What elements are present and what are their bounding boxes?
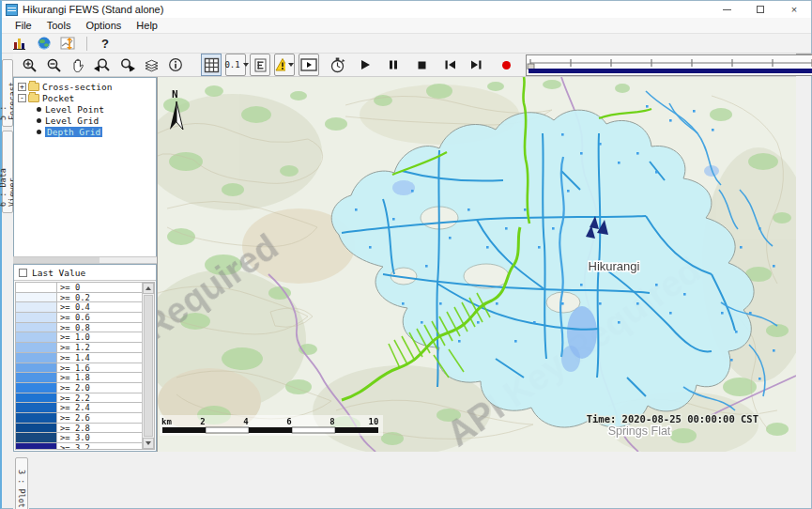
record-button[interactable] [496, 54, 516, 76]
interval-dropdown[interactable]: 0.1 [225, 54, 246, 76]
last-value-label: Last Value [32, 268, 85, 278]
legend-swatch [16, 293, 57, 302]
timer-button[interactable] [327, 54, 347, 76]
legend-swatch [16, 373, 57, 382]
legend-label: >= 0.4 [57, 302, 90, 312]
legend-label: >= 1.2 [57, 343, 90, 352]
zoom-in-icon [22, 57, 38, 73]
map-canvas: API Key Required API Key Required [158, 77, 796, 452]
menu-tools[interactable]: Tools [39, 20, 79, 31]
legend-swatch [16, 433, 57, 442]
legend-label: >= 1.4 [57, 353, 90, 362]
legend-swatch [16, 343, 57, 352]
scroll-down-button[interactable] [143, 438, 154, 449]
legend-swatch [16, 283, 57, 292]
zoom-next-icon [118, 57, 135, 73]
longitudinal-display-button[interactable] [250, 54, 270, 76]
legend-panel: Last Value >= 0 >= 0.2 [13, 264, 157, 452]
zoom-previous-button[interactable] [92, 54, 113, 76]
legend-swatch [16, 424, 57, 433]
legend-swatch [16, 443, 57, 449]
maximize-button[interactable] [743, 1, 777, 18]
skip-end-icon [470, 59, 483, 70]
legend-label: >= 2.8 [57, 424, 90, 433]
skip-start-button[interactable] [439, 54, 460, 76]
close-button[interactable]: × [777, 1, 811, 18]
legend-row: >= 0.6 [16, 313, 142, 323]
help-icon: ? [101, 37, 109, 51]
zoom-in-button[interactable] [19, 54, 39, 76]
last-value-checkbox[interactable] [19, 269, 27, 277]
menu-help[interactable]: Help [129, 20, 165, 31]
tree-item-level-grid[interactable]: Level Grid [14, 115, 156, 126]
legend-label: >= 1.8 [57, 373, 90, 382]
pan-button[interactable] [68, 54, 88, 76]
collapse-icon[interactable]: - [18, 94, 26, 102]
animation-export-button[interactable] [299, 54, 319, 76]
menu-file[interactable]: File [8, 20, 39, 31]
help-button[interactable]: ? [95, 35, 115, 53]
globe-icon [37, 36, 52, 51]
tree-item-label-selected: Depth Grid [45, 127, 102, 137]
grid-icon [204, 57, 220, 73]
north-label: N [172, 88, 178, 100]
play-button[interactable] [355, 54, 375, 76]
menu-options[interactable]: Options [78, 20, 129, 31]
tab-data-viewer[interactable]: 6 : Data Viewer [2, 131, 13, 213]
stopwatch-icon [329, 57, 345, 73]
leaf-bullet-icon [37, 130, 41, 134]
tree-item-label: Cross-section [42, 82, 112, 92]
legend-swatch [16, 403, 57, 412]
scrollbar-thumb[interactable] [144, 295, 153, 437]
skip-end-button[interactable] [466, 54, 486, 76]
timeseries-dialog-button[interactable] [9, 35, 30, 53]
zoom-out-button[interactable] [43, 54, 64, 76]
tab-forecast[interactable]: 5 : Forecast [2, 59, 13, 127]
stop-button[interactable] [411, 54, 432, 76]
profile-display-button[interactable] [58, 35, 79, 53]
legend-swatch [16, 383, 57, 393]
expand-icon[interactable]: + [18, 83, 26, 91]
scroll-up-button[interactable] [143, 283, 154, 294]
title-bar: Hikurangi FEWS (Stand alone) × [2, 1, 811, 18]
legend-row: >= 0.4 [16, 302, 142, 313]
layers-panel: + Cross-section - Pocket Level Point [13, 77, 158, 452]
tree-item-label: Level Point [45, 104, 104, 115]
layers-button[interactable] [141, 54, 161, 76]
tab-plot-overview[interactable]: 3 : Plot Overview [15, 457, 28, 509]
map-view[interactable]: API Key Required API Key Required [158, 77, 796, 452]
pause-button[interactable] [383, 54, 404, 76]
interval-value: 0.1 [224, 60, 239, 69]
scale-unit: km [161, 417, 172, 426]
right-dock-strip: 3 : Plot Overview [13, 452, 29, 509]
skip-start-icon [444, 59, 456, 70]
legend-row: >= 2.6 [16, 413, 142, 424]
pause-icon [388, 59, 399, 70]
tree-item-cross-section[interactable]: + Cross-section [14, 81, 156, 92]
app-window: Hikurangi FEWS (Stand alone) × File Tool… [0, 0, 812, 509]
zoom-next-button[interactable] [116, 54, 137, 76]
legend-row: >= 2.0 [16, 383, 142, 393]
grid-display-toggle[interactable] [201, 54, 222, 76]
tree-item-pocket[interactable]: - Pocket [14, 92, 156, 103]
legend-scrollbar[interactable] [142, 283, 154, 449]
legend-label: >= 0.2 [57, 293, 90, 302]
time-slider[interactable] [526, 54, 812, 76]
minimize-button[interactable] [710, 1, 743, 18]
tree-item-level-point[interactable]: Level Point [14, 103, 156, 115]
town-label: Hikurangi [589, 259, 640, 273]
info-icon [168, 57, 183, 72]
scrollbar-thumb[interactable] [13, 257, 100, 263]
legend-row: >= 1.4 [16, 353, 142, 363]
legend-label: >= 2.6 [57, 413, 90, 423]
spatial-display-button[interactable] [34, 35, 54, 53]
tree-item-depth-grid[interactable]: Depth Grid [14, 126, 156, 137]
movie-play-icon [300, 58, 317, 71]
leaf-bullet-icon [37, 107, 41, 112]
warning-dropdown[interactable] [274, 54, 295, 76]
legend-row: >= 0.2 [16, 293, 142, 303]
legend-row: >= 0 [16, 283, 142, 293]
tree-horizontal-scrollbar[interactable] [13, 256, 157, 264]
info-button[interactable] [165, 54, 186, 76]
leaf-bullet-icon [37, 118, 41, 123]
